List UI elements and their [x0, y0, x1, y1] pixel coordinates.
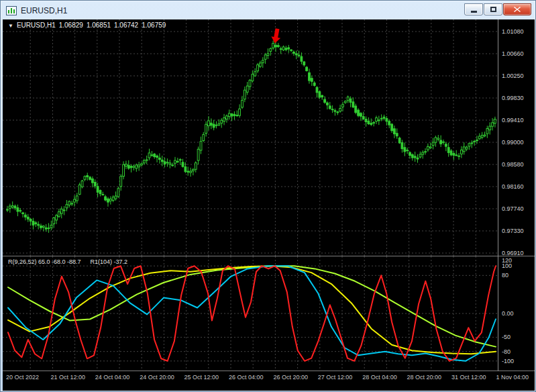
price-tick-label: 1.01080: [502, 28, 524, 35]
maximize-button[interactable]: [484, 3, 502, 15]
indicator-tick-label: 0.00: [502, 310, 514, 317]
time-tick-label: 31 Oct 12:00: [451, 374, 486, 381]
ohlc-high: 1.06851: [87, 21, 111, 29]
time-tick-label: 28 Oct 04:00: [362, 374, 397, 381]
indicator-tick-label: -100: [502, 358, 514, 364]
indicator-tick-label: -80: [502, 348, 511, 355]
collapse-ohlc-icon[interactable]: ▼: [8, 23, 13, 29]
time-tick-label: 24 Oct 04:00: [95, 374, 130, 381]
mt4-chart-window: EURUSD,H1 1.010801.006601.002500.998300.…: [0, 0, 536, 392]
indicator-line-r1-slow: [8, 266, 496, 346]
chart-area: 1.010801.006601.002500.998300.994100.990…: [3, 19, 535, 391]
price-tick-label: 0.97330: [502, 228, 524, 234]
price-tick-label: 0.99830: [502, 95, 524, 101]
indicator-tick-label: 80: [502, 272, 508, 279]
sell-signal-arrow-icon: [270, 28, 282, 44]
price-tick-label: 0.96910: [502, 250, 524, 256]
price-tick-label: 1.00250: [502, 72, 524, 79]
indicator-values-r: R(9,26,52) 65.0 -68.0 -88.7: [8, 258, 81, 265]
price-scale[interactable]: 1.010801.006601.002500.998300.994100.990…: [498, 19, 535, 371]
price-tick-label: 0.99000: [502, 139, 524, 146]
main-grid: [3, 19, 498, 256]
maximize-icon: [490, 7, 496, 12]
time-tick-label: 27 Oct 12:00: [318, 374, 353, 381]
close-icon: [514, 7, 521, 12]
time-tick-label: 21 Oct 12:00: [50, 374, 85, 381]
indicator-tick-label: -50: [502, 334, 511, 340]
window-title: EURUSD,H1: [21, 6, 464, 15]
time-tick-label: 24 Oct 20:00: [140, 374, 174, 381]
ohlc-open: 1.06829: [59, 21, 83, 29]
ohlc-close: 1.06759: [142, 21, 166, 29]
price-tick-label: 1.00660: [502, 50, 524, 57]
indicator-info-line: R(9,26,52) 65.0 -68.0 -88.7R1(104) -37.2: [8, 258, 137, 265]
window-controls: [464, 3, 531, 15]
price-tick-label: 0.97740: [502, 205, 524, 212]
time-tick-label: 26 Oct 20:00: [273, 374, 308, 381]
ohlc-low: 1.06742: [114, 21, 138, 29]
window-titlebar[interactable]: EURUSD,H1: [1, 1, 535, 19]
time-tick-label: 20 Oct 2022: [6, 374, 39, 381]
price-tick-label: 0.99410: [502, 117, 524, 124]
time-tick-label: 28 Oct 20:00: [407, 374, 442, 381]
symbol-label: EURUSD,H1: [17, 21, 56, 29]
chart-app-icon: [5, 5, 17, 16]
minimize-icon: [471, 11, 477, 13]
indicator-panel-canvas[interactable]: [3, 256, 498, 371]
price-chart-canvas[interactable]: [3, 19, 498, 256]
panel-divider[interactable]: [3, 256, 535, 256]
symbol-info-line: ▼EURUSD,H11.068291.068511.067421.06759: [8, 21, 169, 29]
candles: [7, 41, 496, 233]
indicator-tick-label: 100: [502, 262, 512, 269]
minimize-button[interactable]: [464, 3, 483, 15]
price-tick-label: 0.98160: [502, 183, 524, 190]
indicator-values-r1: R1(104) -37.2: [91, 258, 128, 265]
time-tick-label: 1 Nov 04:00: [496, 374, 529, 381]
time-tick-label: 26 Oct 04:00: [229, 374, 264, 381]
close-button[interactable]: [503, 3, 531, 15]
time-tick-label: 25 Oct 12:00: [184, 374, 219, 381]
price-tick-label: 0.98580: [502, 161, 524, 168]
time-scale[interactable]: 20 Oct 202221 Oct 12:0024 Oct 04:0024 Oc…: [3, 371, 535, 391]
